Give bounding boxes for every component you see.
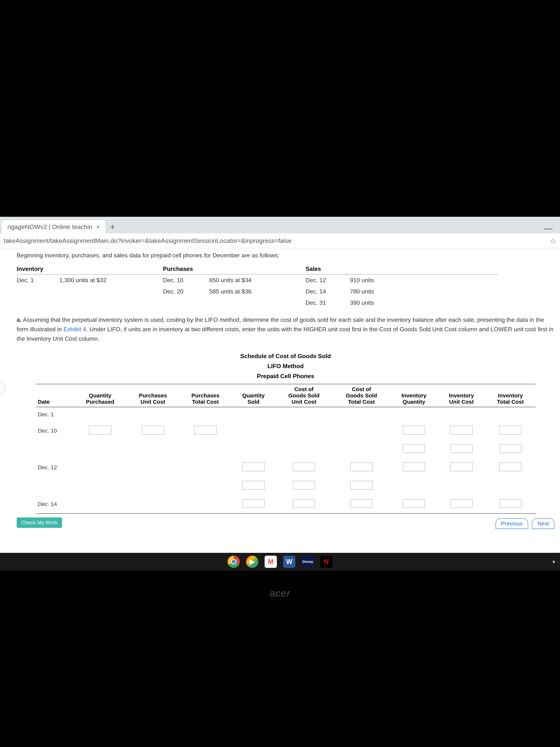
- input-inv-tc-1a[interactable]: [499, 426, 522, 435]
- data-table: Inventory Purchases Sales Dec. 1 1,300 u…: [17, 264, 498, 308]
- close-tab-icon[interactable]: ×: [96, 223, 100, 230]
- th-inv-qty: InventoryQuantity: [390, 384, 438, 407]
- input-cogs-tc-3a[interactable]: [350, 462, 373, 471]
- input-qty-sold-3b[interactable]: [242, 481, 265, 490]
- th-qty-purch: QuantityPurchased: [74, 384, 127, 407]
- input-qty-purch-1[interactable]: [89, 426, 111, 435]
- previous-button[interactable]: Previous: [496, 518, 528, 529]
- tab-title: ngageNOWv2 | Online teachin: [7, 223, 92, 230]
- bookmark-star-icon[interactable]: ☆: [550, 237, 556, 245]
- check-work-button[interactable]: Check My Work: [17, 517, 62, 528]
- input-cogs-tc-5[interactable]: [350, 499, 373, 508]
- disney-icon[interactable]: Disney: [302, 556, 314, 568]
- purch-desc-1: 585 units at $36: [209, 286, 305, 297]
- word-icon[interactable]: W: [283, 556, 295, 568]
- schedule-table: Date QuantityPurchased PurchasesUnit Cos…: [35, 384, 536, 514]
- sales-date-2: Dec. 31: [305, 297, 350, 308]
- minimize-icon[interactable]: —: [544, 223, 553, 233]
- th-purch-uc: PurchasesUnit Cost: [127, 384, 179, 407]
- input-inv-tc-5[interactable]: [499, 499, 522, 508]
- row-date-1: Dec. 10: [35, 422, 74, 440]
- next-button[interactable]: Next: [532, 518, 555, 529]
- inv-desc: 1,300 units at $32: [59, 274, 163, 286]
- th-cogs-tc: Cost ofGoods SoldTotal Cost: [333, 384, 390, 407]
- input-inv-uc-5[interactable]: [450, 499, 473, 508]
- input-purch-uc-1[interactable]: [142, 426, 164, 435]
- input-inv-uc-1a[interactable]: [450, 426, 473, 435]
- schedule-title: Schedule of Cost of Goods Sold LIFO Meth…: [45, 351, 526, 381]
- laptop-brand: acer: [269, 587, 290, 599]
- th-cogs-uc: Cost ofGoods SoldUnit Cost: [275, 384, 332, 407]
- question-part2: . Under LIFO, if units are in inventory …: [17, 326, 553, 342]
- input-inv-qty-3a[interactable]: [403, 462, 425, 471]
- purch-date-0: Dec. 10: [163, 274, 209, 286]
- page-content: Beginning inventory, purchases, and sale…: [0, 248, 560, 528]
- tab-strip: ngageNOWv2 | Online teachin × + —: [0, 217, 560, 233]
- col-purchases: Purchases: [163, 264, 305, 274]
- row-date-3: Dec. 12: [35, 458, 74, 477]
- question-text: a. Assuming that the perpetual inventory…: [17, 315, 554, 344]
- browser-tab[interactable]: ngageNOWv2 | Online teachin ×: [2, 220, 105, 233]
- col-sales: Sales: [305, 264, 498, 274]
- input-inv-uc-3a[interactable]: [450, 462, 473, 471]
- url-text: takeAssignment/takeAssignmentMain.do?inv…: [4, 237, 546, 244]
- purch-desc-0: 650 units at $34: [209, 274, 305, 286]
- input-purch-tc-1[interactable]: [194, 426, 216, 435]
- schedule-title-3: Prepaid Cell Phones: [45, 371, 526, 381]
- row-date-0: Dec. 1: [35, 407, 74, 422]
- row-date-4: [35, 477, 74, 495]
- th-purch-tc: PurchasesTotal Cost: [179, 384, 232, 407]
- input-inv-qty-5[interactable]: [403, 499, 425, 508]
- intro-text: Beginning inventory, purchases, and sale…: [17, 252, 555, 259]
- input-cogs-tc-3b[interactable]: [350, 481, 373, 490]
- chrome-icon[interactable]: [228, 556, 240, 568]
- netflix-icon[interactable]: N: [320, 556, 332, 568]
- sales-date-1: Dec. 14: [305, 286, 350, 297]
- row-date-2: [35, 440, 74, 458]
- col-inventory: Inventory: [17, 264, 163, 274]
- sales-units-2: 390 units: [350, 297, 498, 308]
- row-date-5: Dec. 14: [35, 495, 74, 514]
- schedule-title-1: Schedule of Cost of Goods Sold: [45, 351, 526, 361]
- th-inv-tc: InventoryTotal Cost: [485, 384, 536, 407]
- sales-date-0: Dec. 12: [305, 274, 350, 286]
- play-store-icon[interactable]: ▶: [246, 556, 258, 568]
- sales-units-0: 910 units: [350, 274, 498, 286]
- sales-units-1: 780 units: [350, 286, 498, 297]
- new-tab-button[interactable]: +: [105, 221, 120, 233]
- input-cogs-uc-3b[interactable]: [293, 481, 315, 490]
- input-cogs-uc-3a[interactable]: [293, 462, 315, 471]
- side-handle[interactable]: [0, 382, 5, 395]
- purch-date-1: Dec. 20: [163, 286, 209, 297]
- input-inv-qty-1a[interactable]: [403, 426, 425, 435]
- schedule-title-2: LIFO Method: [45, 361, 526, 371]
- address-bar[interactable]: takeAssignment/takeAssignmentMain.do?inv…: [0, 233, 560, 248]
- th-inv-uc: InventoryUnit Cost: [438, 384, 485, 407]
- input-qty-sold-3a[interactable]: [242, 462, 265, 471]
- input-qty-sold-5[interactable]: [242, 499, 265, 508]
- input-inv-uc-1b[interactable]: [450, 444, 473, 453]
- system-tray[interactable]: ▾: [553, 559, 555, 565]
- th-date: Date: [35, 384, 74, 407]
- inv-date: Dec. 1: [17, 274, 59, 286]
- question-label: a.: [17, 316, 22, 323]
- exhibit-link[interactable]: Exhibit 4: [63, 326, 86, 333]
- taskbar: ▶ M W Disney N ▾: [0, 553, 560, 571]
- th-qty-sold: QuantitySold: [232, 384, 275, 407]
- input-inv-tc-1b[interactable]: [499, 444, 522, 453]
- input-inv-tc-3a[interactable]: [499, 462, 522, 471]
- gmail-icon[interactable]: M: [265, 556, 277, 568]
- input-cogs-uc-5[interactable]: [293, 499, 315, 508]
- input-inv-qty-1b[interactable]: [403, 444, 425, 453]
